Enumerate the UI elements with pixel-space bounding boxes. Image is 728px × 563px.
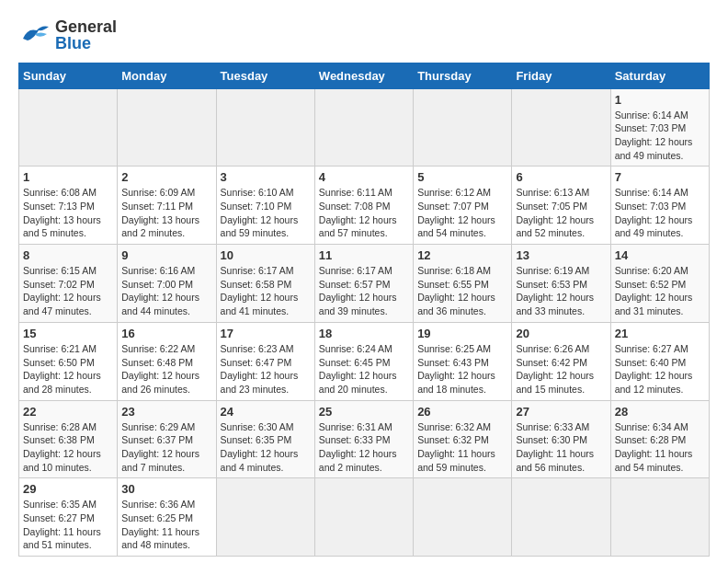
calendar-cell: 8Sunrise: 6:15 AMSunset: 7:02 PMDaylight…	[19, 245, 118, 323]
day-number: 27	[516, 405, 606, 419]
day-number: 9	[121, 248, 211, 262]
day-info: Sunrise: 6:36 AMSunset: 6:25 PMDaylight:…	[121, 498, 211, 552]
day-info: Sunrise: 6:34 AMSunset: 6:28 PMDaylight:…	[615, 420, 705, 475]
header-wednesday: Wednesday	[314, 63, 413, 88]
day-number: 11	[319, 248, 409, 262]
calendar-cell: 10Sunrise: 6:17 AMSunset: 6:58 PMDayligh…	[216, 245, 314, 323]
header-tuesday: Tuesday	[216, 63, 314, 88]
day-number: 30	[121, 482, 211, 496]
day-info: Sunrise: 6:14 AMSunset: 7:03 PMDaylight:…	[615, 109, 705, 163]
calendar-cell: 24Sunrise: 6:30 AMSunset: 6:35 PMDayligh…	[216, 400, 314, 478]
day-info: Sunrise: 6:16 AMSunset: 7:00 PMDaylight:…	[121, 264, 211, 318]
day-info: Sunrise: 6:15 AMSunset: 7:02 PMDaylight:…	[23, 264, 113, 318]
day-number: 4	[319, 170, 409, 184]
day-info: Sunrise: 6:13 AMSunset: 7:05 PMDaylight:…	[516, 186, 606, 240]
day-number: 8	[23, 248, 113, 262]
day-number: 18	[319, 327, 409, 340]
calendar-cell: 11Sunrise: 6:17 AMSunset: 6:57 PMDayligh…	[314, 245, 413, 323]
day-number: 15	[23, 327, 113, 340]
calendar-cell: 26Sunrise: 6:32 AMSunset: 6:32 PMDayligh…	[414, 400, 512, 478]
day-number: 1	[23, 170, 113, 184]
day-info: Sunrise: 6:31 AMSunset: 6:33 PMDaylight:…	[319, 420, 409, 475]
header-monday: Monday	[118, 63, 216, 88]
day-number: 2	[121, 170, 211, 184]
calendar-cell: 16Sunrise: 6:22 AMSunset: 6:48 PMDayligh…	[118, 322, 216, 400]
day-info: Sunrise: 6:08 AMSunset: 7:13 PMDaylight:…	[23, 186, 113, 240]
calendar-cell: 4Sunrise: 6:11 AMSunset: 7:08 PMDaylight…	[314, 167, 413, 245]
day-info: Sunrise: 6:19 AMSunset: 6:53 PMDaylight:…	[516, 264, 606, 318]
day-info: Sunrise: 6:29 AMSunset: 6:37 PMDaylight:…	[121, 420, 211, 475]
calendar-cell: 18Sunrise: 6:24 AMSunset: 6:45 PMDayligh…	[314, 322, 413, 400]
header-friday: Friday	[512, 63, 610, 88]
day-info: Sunrise: 6:10 AMSunset: 7:10 PMDaylight:…	[221, 186, 311, 240]
day-info: Sunrise: 6:27 AMSunset: 6:40 PMDaylight:…	[615, 342, 705, 396]
day-number: 20	[516, 327, 606, 340]
day-info: Sunrise: 6:09 AMSunset: 7:11 PMDaylight:…	[121, 186, 211, 240]
calendar-week-row: 29Sunrise: 6:35 AMSunset: 6:27 PMDayligh…	[19, 478, 710, 557]
day-info: Sunrise: 6:12 AMSunset: 7:07 PMDaylight:…	[417, 186, 507, 240]
day-number: 19	[417, 327, 507, 340]
calendar-cell: 28Sunrise: 6:34 AMSunset: 6:28 PMDayligh…	[610, 400, 709, 478]
calendar-cell: 5Sunrise: 6:12 AMSunset: 7:07 PMDaylight…	[414, 167, 512, 245]
calendar-cell	[414, 478, 512, 557]
day-number: 25	[319, 405, 409, 419]
day-number: 7	[615, 170, 705, 184]
header-saturday: Saturday	[610, 63, 709, 88]
calendar-cell: 17Sunrise: 6:23 AMSunset: 6:47 PMDayligh…	[216, 322, 314, 400]
day-info: Sunrise: 6:22 AMSunset: 6:48 PMDaylight:…	[121, 342, 211, 396]
day-info: Sunrise: 6:20 AMSunset: 6:52 PMDaylight:…	[615, 264, 705, 318]
day-number: 28	[615, 405, 705, 419]
calendar-cell: 23Sunrise: 6:29 AMSunset: 6:37 PMDayligh…	[118, 400, 216, 478]
day-info: Sunrise: 6:17 AMSunset: 6:57 PMDaylight:…	[319, 264, 409, 318]
calendar-cell: 20Sunrise: 6:26 AMSunset: 6:42 PMDayligh…	[512, 322, 610, 400]
day-number: 13	[516, 248, 606, 262]
calendar-cell: 22Sunrise: 6:28 AMSunset: 6:38 PMDayligh…	[19, 400, 118, 478]
calendar-cell: 25Sunrise: 6:31 AMSunset: 6:33 PMDayligh…	[314, 400, 413, 478]
calendar-week-row: 15Sunrise: 6:21 AMSunset: 6:50 PMDayligh…	[19, 322, 710, 400]
calendar-header-row: SundayMondayTuesdayWednesdayThursdayFrid…	[19, 63, 710, 88]
calendar-table: SundayMondayTuesdayWednesdayThursdayFrid…	[18, 63, 710, 557]
day-number: 21	[615, 327, 705, 340]
calendar-cell: 1Sunrise: 6:08 AMSunset: 7:13 PMDaylight…	[19, 167, 118, 245]
calendar-cell: 15Sunrise: 6:21 AMSunset: 6:50 PMDayligh…	[19, 322, 118, 400]
calendar-cell: 27Sunrise: 6:33 AMSunset: 6:30 PMDayligh…	[512, 400, 610, 478]
calendar-cell	[314, 478, 413, 557]
header-sunday: Sunday	[19, 63, 118, 88]
day-number: 26	[417, 405, 507, 419]
day-info: Sunrise: 6:11 AMSunset: 7:08 PMDaylight:…	[319, 186, 409, 240]
logo: General Blue	[18, 18, 117, 53]
calendar-cell	[414, 88, 512, 167]
header-thursday: Thursday	[414, 63, 512, 88]
calendar-cell	[216, 88, 314, 167]
calendar-cell: 12Sunrise: 6:18 AMSunset: 6:55 PMDayligh…	[414, 245, 512, 323]
day-info: Sunrise: 6:28 AMSunset: 6:38 PMDaylight:…	[23, 420, 113, 475]
logo-bird-icon	[18, 22, 51, 50]
calendar-cell	[314, 88, 413, 167]
day-info: Sunrise: 6:32 AMSunset: 6:32 PMDaylight:…	[417, 420, 507, 475]
calendar-cell: 3Sunrise: 6:10 AMSunset: 7:10 PMDaylight…	[216, 167, 314, 245]
calendar-cell: 30Sunrise: 6:36 AMSunset: 6:25 PMDayligh…	[118, 478, 216, 557]
calendar-cell: 7Sunrise: 6:14 AMSunset: 7:03 PMDaylight…	[610, 167, 709, 245]
logo-name: General Blue	[55, 18, 117, 53]
day-info: Sunrise: 6:26 AMSunset: 6:42 PMDaylight:…	[516, 342, 606, 396]
calendar-cell	[512, 478, 610, 557]
day-info: Sunrise: 6:21 AMSunset: 6:50 PMDaylight:…	[23, 342, 113, 396]
day-info: Sunrise: 6:25 AMSunset: 6:43 PMDaylight:…	[417, 342, 507, 396]
page-header: General Blue	[18, 18, 710, 53]
day-number: 22	[23, 405, 113, 419]
calendar-cell: 1Sunrise: 6:14 AMSunset: 7:03 PMDaylight…	[610, 88, 709, 167]
day-info: Sunrise: 6:30 AMSunset: 6:35 PMDaylight:…	[221, 420, 311, 475]
day-info: Sunrise: 6:35 AMSunset: 6:27 PMDaylight:…	[23, 498, 113, 552]
day-number: 16	[121, 327, 211, 340]
calendar-cell	[610, 478, 709, 557]
calendar-cell: 19Sunrise: 6:25 AMSunset: 6:43 PMDayligh…	[414, 322, 512, 400]
day-info: Sunrise: 6:33 AMSunset: 6:30 PMDaylight:…	[516, 420, 606, 475]
calendar-cell: 21Sunrise: 6:27 AMSunset: 6:40 PMDayligh…	[610, 322, 709, 400]
day-number: 14	[615, 248, 705, 262]
day-number: 23	[121, 405, 211, 419]
day-number: 1	[615, 93, 705, 107]
calendar-cell	[118, 88, 216, 167]
day-number: 12	[417, 248, 507, 262]
day-number: 5	[417, 170, 507, 184]
calendar-cell: 2Sunrise: 6:09 AMSunset: 7:11 PMDaylight…	[118, 167, 216, 245]
